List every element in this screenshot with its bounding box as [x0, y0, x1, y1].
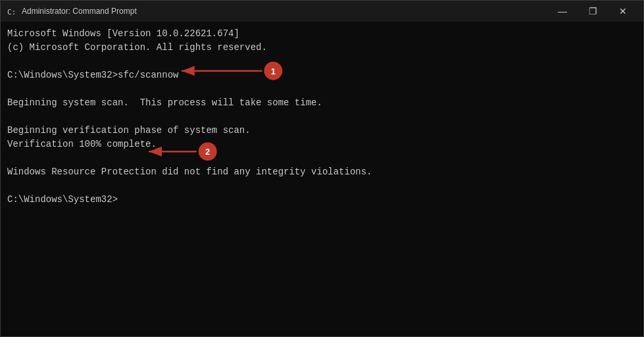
maximize-button[interactable]: ❐ — [578, 1, 608, 22]
terminal-body[interactable]: Microsoft Windows [Version 10.0.22621.67… — [1, 22, 643, 336]
svg-text:C:\: C:\ — [7, 8, 16, 16]
terminal-line — [7, 55, 637, 68]
terminal-output: Microsoft Windows [Version 10.0.22621.67… — [7, 27, 637, 207]
terminal-line: Beginning verification phase of system s… — [7, 124, 637, 138]
terminal-line-verification: Verification 100% complete. — [7, 138, 637, 151]
terminal-line — [7, 110, 637, 124]
cmd-icon: C:\ — [6, 6, 16, 16]
terminal-line: Beginning system scan. This process will… — [7, 96, 637, 110]
terminal-line — [7, 82, 637, 96]
terminal-line: Microsoft Windows [Version 10.0.22621.67… — [7, 27, 637, 41]
terminal-line — [7, 179, 637, 193]
cmd-window: C:\ Administrator: Command Prompt — ❐ ✕ … — [0, 0, 644, 337]
title-bar: C:\ Administrator: Command Prompt — ❐ ✕ — [1, 1, 643, 22]
terminal-line: (c) Microsoft Corporation. All rights re… — [7, 41, 637, 55]
window-title: Administrator: Command Prompt — [22, 7, 547, 16]
terminal-line: Windows Resource Protection did not find… — [7, 165, 637, 179]
close-button[interactable]: ✕ — [608, 1, 638, 22]
terminal-line-command: C:\Windows\System32>sfc/scannow — [7, 68, 637, 82]
terminal-line — [7, 151, 637, 165]
window-controls: — ❐ ✕ — [547, 1, 638, 22]
minimize-button[interactable]: — — [547, 1, 578, 22]
terminal-prompt: C:\Windows\System32> — [7, 193, 637, 207]
